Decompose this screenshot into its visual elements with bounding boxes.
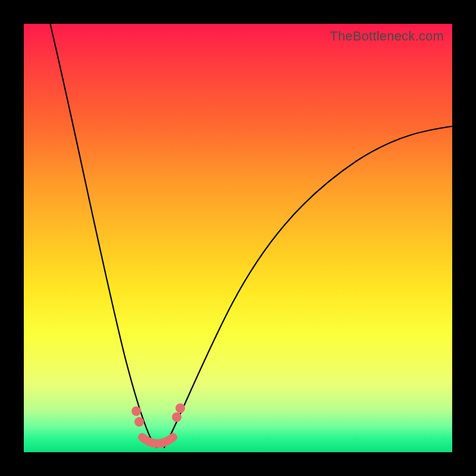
marker-dot	[172, 412, 181, 422]
curve-right-branch	[164, 126, 453, 447]
curve-layer	[24, 24, 452, 452]
marker-dot	[134, 417, 144, 427]
marker-valley-arc	[142, 437, 173, 444]
chart-frame: TheBottleneck.com	[0, 0, 476, 476]
curve-left-branch	[49, 18, 156, 447]
plot-area: TheBottleneck.com	[24, 24, 452, 452]
marker-dot	[131, 406, 141, 416]
marker-dot	[176, 403, 185, 413]
